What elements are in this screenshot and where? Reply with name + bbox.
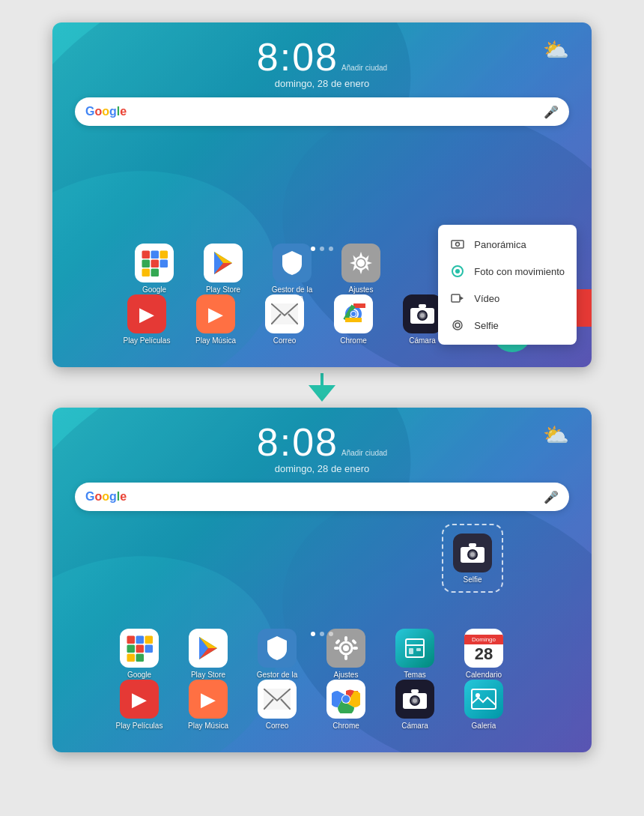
- svg-point-85: [476, 693, 480, 698]
- svg-point-47: [470, 552, 475, 557]
- musica-label-2: Play Música: [188, 722, 228, 730]
- clock-area-2: 8:08 Añadir ciudad domingo, 28 de enero: [257, 423, 387, 474]
- svg-point-25: [351, 312, 356, 316]
- svg-rect-83: [411, 689, 419, 693]
- app-ajustes-2[interactable]: Ajustes: [319, 629, 373, 679]
- camara-app-icon-2: [395, 680, 434, 719]
- dot-1: [311, 247, 315, 251]
- add-city-1[interactable]: Añadir ciudad: [341, 64, 387, 72]
- playstore-label-1: Play Store: [206, 285, 240, 294]
- app-galeria-2[interactable]: Galería: [457, 680, 511, 730]
- app-playstore-2[interactable]: Play Store: [181, 629, 235, 679]
- motion-icon: [450, 264, 465, 279]
- gestor-app-icon: [273, 244, 312, 282]
- app-peliculas-2[interactable]: ▶ Play Películas: [112, 680, 166, 730]
- svg-rect-9: [142, 269, 151, 277]
- ajustes-app-icon: [341, 244, 380, 282]
- galeria-label-2: Galería: [472, 722, 496, 730]
- peliculas-app-icon: ▶: [127, 294, 166, 333]
- app-calendario-2[interactable]: Domingo 28 Calendario: [457, 629, 511, 679]
- svg-point-78: [342, 695, 350, 703]
- svg-rect-6: [142, 260, 151, 268]
- panorama-icon: [450, 237, 465, 252]
- musica-app-icon-2: ▶: [189, 680, 228, 719]
- app-google-1[interactable]: Google: [127, 244, 181, 294]
- app-peliculas-1[interactable]: ▶ Play Películas: [120, 294, 174, 345]
- svg-rect-3: [142, 251, 151, 259]
- svg-point-15: [357, 259, 365, 267]
- ajustes-label-1: Ajustes: [349, 285, 374, 294]
- context-selfie[interactable]: Selfie: [438, 312, 577, 339]
- app-temas-2[interactable]: Temas: [388, 629, 442, 679]
- correo-label-1: Correo: [273, 336, 297, 345]
- calendario-label-2: Calendario: [466, 671, 502, 679]
- dot-2: [320, 247, 324, 251]
- google-label-2: Google: [127, 671, 151, 679]
- calendario-app-icon: Domingo 28: [464, 629, 503, 668]
- cal-day-number: 28: [475, 646, 493, 662]
- app-playstore-1[interactable]: Play Store: [196, 244, 250, 294]
- app-correo-1[interactable]: Correo: [258, 294, 312, 345]
- app-ajustes-1[interactable]: Ajustes: [334, 244, 388, 294]
- weather-icon-1: ⛅: [543, 37, 569, 62]
- search-bar-2[interactable]: Google 🎤: [75, 483, 569, 511]
- playstore-app-icon-2: [189, 629, 228, 668]
- clock-time-1: 8:08: [257, 37, 338, 76]
- correo-app-icon: [265, 294, 304, 333]
- app-chrome-2[interactable]: Chrome: [319, 680, 373, 730]
- google-label-1: Google: [142, 285, 166, 294]
- peliculas-app-icon-2: ▶: [120, 680, 159, 719]
- mic-icon-2[interactable]: 🎤: [544, 490, 559, 504]
- tablet-screen-1: 8:08 Añadir ciudad domingo, 28 de enero …: [52, 22, 592, 367]
- peliculas-label-2: Play Películas: [116, 722, 163, 730]
- svg-rect-33: [452, 294, 460, 302]
- app-gestor-1[interactable]: Gestor de la tableta: [265, 244, 319, 302]
- ajustes-label-2: Ajustes: [334, 671, 359, 679]
- app-gestor-2[interactable]: Gestor de la tableta: [250, 629, 304, 687]
- clock-date-1: domingo, 28 de enero: [257, 78, 387, 89]
- app-google-2[interactable]: Google: [112, 629, 166, 679]
- selfie-label: Selfie: [474, 320, 499, 331]
- context-video[interactable]: Vídeo: [438, 285, 577, 312]
- galeria-app-icon: [464, 680, 503, 719]
- app-musica-2[interactable]: ▶ Play Música: [181, 680, 235, 730]
- svg-rect-51: [145, 636, 154, 644]
- context-foto-movimiento[interactable]: Foto con movimiento: [438, 258, 577, 285]
- app-musica-1[interactable]: ▶ Play Música: [189, 294, 243, 345]
- app-camara-2[interactable]: Cámara: [388, 680, 442, 730]
- chrome-label-1: Chrome: [340, 336, 367, 345]
- add-city-2[interactable]: Añadir ciudad: [341, 449, 387, 457]
- svg-rect-65: [334, 647, 339, 650]
- weather-icon-2: ⛅: [543, 423, 569, 447]
- svg-point-32: [456, 243, 460, 247]
- svg-rect-5: [160, 251, 168, 259]
- svg-rect-67: [335, 639, 341, 645]
- mic-icon-1[interactable]: 🎤: [544, 105, 559, 119]
- cal-day-label: Domingo: [472, 636, 496, 643]
- svg-marker-34: [460, 296, 464, 300]
- dot2-3: [329, 632, 333, 636]
- temas-app-icon: [395, 629, 434, 668]
- search-bar-1[interactable]: Google 🎤: [75, 97, 569, 126]
- panoramica-label: Panorámica: [474, 239, 526, 250]
- app-row2-1: Google Play Store: [112, 629, 511, 687]
- app-row-1: Google Play Store: [127, 244, 388, 302]
- svg-rect-31: [452, 241, 464, 248]
- correo-app-icon-2: [258, 680, 297, 719]
- svg-rect-64: [344, 655, 347, 660]
- context-panoramica[interactable]: Panorámica: [438, 231, 577, 258]
- svg-rect-66: [353, 647, 358, 650]
- playstore-app-icon: [204, 244, 243, 282]
- screen2: 8:08 Añadir ciudad domingo, 28 de enero …: [52, 408, 592, 752]
- app-correo-2[interactable]: Correo: [250, 680, 304, 730]
- google-logo-1: Google: [85, 105, 127, 118]
- clock-time-2: 8:08: [257, 423, 338, 462]
- svg-rect-53: [136, 645, 145, 653]
- svg-rect-10: [151, 269, 160, 277]
- app-chrome-1[interactable]: Chrome: [326, 294, 380, 345]
- temas-label-2: Temas: [404, 671, 425, 679]
- selfie-icon: [450, 318, 465, 333]
- chrome-app-icon-2: [326, 680, 365, 719]
- dot2-1: [311, 632, 315, 636]
- musica-app-icon: ▶: [196, 294, 235, 333]
